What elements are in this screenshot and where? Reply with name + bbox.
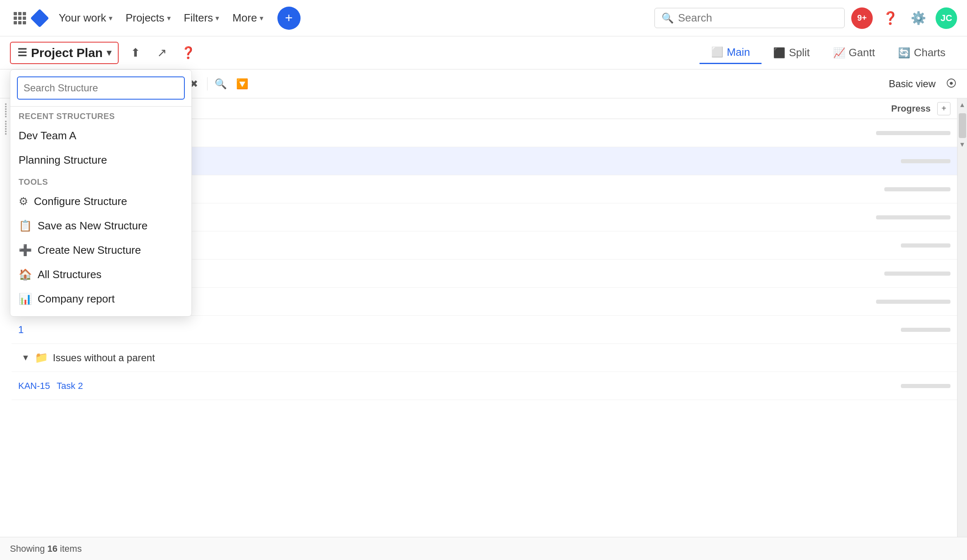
view-tabs: ⬜ Main ⬛ Split 📈 Gantt 🔄 Charts bbox=[700, 42, 957, 64]
scroll-thumb[interactable] bbox=[959, 113, 966, 138]
progress-bar bbox=[901, 243, 950, 248]
settings-button[interactable]: ⚙️ bbox=[907, 7, 929, 29]
recent-structures-label: RECENT STRUCTURES bbox=[10, 107, 191, 124]
search-bar: 🔍 bbox=[654, 8, 845, 28]
view-label[interactable]: Basic view bbox=[884, 75, 941, 93]
toolbar-divider-2 bbox=[207, 77, 208, 91]
export-button[interactable]: ⬆ bbox=[125, 43, 145, 63]
share-button[interactable]: ↗ bbox=[152, 43, 172, 63]
search-input[interactable] bbox=[678, 12, 838, 24]
progress-bar bbox=[876, 215, 950, 219]
company-report-icon: 📊 bbox=[19, 293, 32, 305]
nav-items: Your work ▾ Projects ▾ Filters ▾ More ▾ … bbox=[53, 7, 654, 30]
folder-icon: 📁 bbox=[35, 351, 48, 364]
notifications-button[interactable]: 9+ bbox=[851, 7, 873, 29]
create-new-icon: ➕ bbox=[19, 244, 32, 257]
info-button[interactable]: ❓ bbox=[178, 43, 198, 63]
dropdown-item-planning-structure[interactable]: Planning Structure bbox=[10, 148, 191, 172]
search-icon: 🔍 bbox=[661, 12, 674, 24]
structure-search-input[interactable] bbox=[17, 76, 185, 100]
progress-bar bbox=[901, 328, 950, 332]
progress-bar bbox=[884, 272, 950, 276]
main-tab-icon: ⬜ bbox=[711, 46, 723, 58]
progress-bar bbox=[884, 187, 950, 191]
split-tab-icon: ⬛ bbox=[773, 47, 786, 59]
list-icon: ☰ bbox=[17, 46, 27, 59]
logo bbox=[30, 8, 50, 28]
all-structures-icon: 🏠 bbox=[19, 268, 32, 281]
dropdown-item-save-new[interactable]: 📋 Save as New Structure bbox=[10, 214, 191, 238]
search-tb-button[interactable]: 🔍 bbox=[211, 74, 231, 94]
columns-button[interactable]: ⦿ bbox=[942, 75, 960, 93]
help-button[interactable]: ❓ bbox=[879, 7, 901, 29]
tab-gantt[interactable]: 📈 Gantt bbox=[821, 42, 887, 63]
scroll-down-button[interactable]: ▼ bbox=[957, 138, 967, 151]
issues-without-parent-row: ▼ 📁 Issues without a parent bbox=[12, 344, 957, 372]
gantt-tab-icon: 📈 bbox=[833, 47, 845, 59]
structure-dropdown: RECENT STRUCTURES Dev Team A Planning St… bbox=[10, 69, 192, 317]
configure-icon: ⚙ bbox=[19, 195, 28, 208]
tab-split[interactable]: ⬛ Split bbox=[762, 42, 821, 63]
your-work-chevron-icon: ▾ bbox=[109, 14, 112, 23]
second-bar: ☰ Project Plan ▾ ⬆ ↗ ❓ ⬜ Main ⬛ Split 📈 … bbox=[0, 36, 967, 69]
projects-chevron-icon: ▾ bbox=[167, 14, 171, 23]
filters-nav[interactable]: Filters ▾ bbox=[178, 8, 225, 28]
more-nav[interactable]: More ▾ bbox=[227, 8, 269, 28]
add-button[interactable]: + bbox=[277, 7, 301, 30]
progress-column-header: Progress + bbox=[891, 102, 950, 115]
nav-right: 9+ ❓ ⚙️ JC bbox=[851, 7, 957, 29]
top-nav: Your work ▾ Projects ▾ Filters ▾ More ▾ … bbox=[0, 0, 967, 36]
dropdown-search-section bbox=[10, 70, 191, 107]
scrollbar[interactable]: ▲ ▼ bbox=[957, 98, 967, 537]
dropdown-item-create-new[interactable]: ➕ Create New Structure bbox=[10, 238, 191, 262]
dropdown-item-dev-team-a[interactable]: Dev Team A bbox=[10, 124, 191, 148]
projects-nav[interactable]: Projects ▾ bbox=[120, 8, 177, 28]
project-plan-dropdown[interactable]: ☰ Project Plan ▾ bbox=[10, 42, 119, 64]
progress-bar bbox=[901, 384, 950, 388]
save-new-icon: 📋 bbox=[19, 219, 32, 232]
tab-charts[interactable]: 🔄 Charts bbox=[886, 42, 957, 63]
progress-bar bbox=[901, 159, 950, 163]
charts-tab-icon: 🔄 bbox=[898, 47, 910, 59]
tools-label: TOOLS bbox=[10, 172, 191, 189]
table-row: 1 bbox=[12, 316, 957, 344]
progress-bar bbox=[876, 300, 950, 304]
issues-chevron-icon: ▼ bbox=[21, 353, 30, 362]
dropdown-item-company-report[interactable]: 📊 Company report bbox=[10, 287, 191, 311]
scroll-up-button[interactable]: ▲ bbox=[957, 98, 967, 112]
dropdown-item-all-structures[interactable]: 🏠 All Structures bbox=[10, 262, 191, 287]
grid-menu-button[interactable] bbox=[10, 8, 30, 28]
filter-button[interactable]: 🔽 bbox=[232, 74, 252, 94]
dropdown-item-configure[interactable]: ⚙ Configure Structure bbox=[10, 189, 191, 214]
your-work-nav[interactable]: Your work ▾ bbox=[53, 8, 118, 28]
progress-bar bbox=[876, 131, 950, 135]
table-row: KAN-15 Task 2 bbox=[12, 372, 957, 400]
project-plan-chevron-icon: ▾ bbox=[107, 48, 111, 58]
more-chevron-icon: ▾ bbox=[260, 14, 263, 23]
avatar[interactable]: JC bbox=[936, 7, 957, 29]
add-column-button[interactable]: + bbox=[937, 102, 950, 115]
filters-chevron-icon: ▾ bbox=[215, 14, 219, 23]
tab-main[interactable]: ⬜ Main bbox=[700, 42, 762, 64]
status-bar: Showing 16 items bbox=[0, 537, 967, 560]
